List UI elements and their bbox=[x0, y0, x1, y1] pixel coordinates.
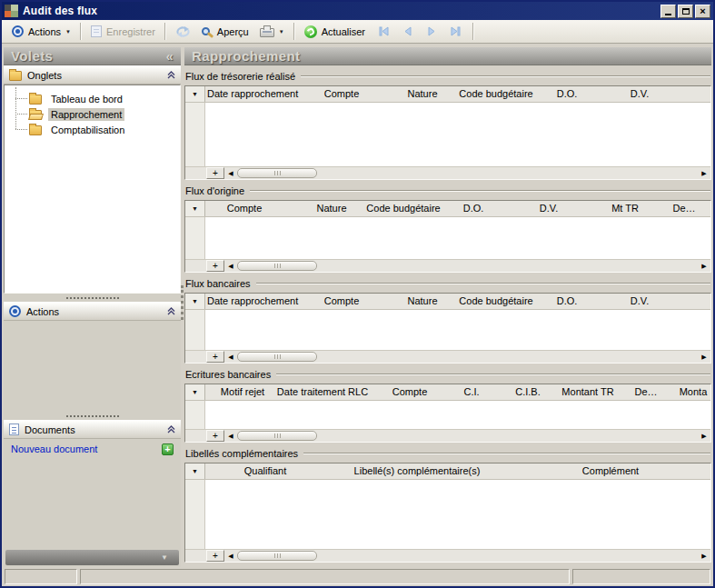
scroll-track[interactable] bbox=[317, 550, 698, 562]
sidebar-splitter[interactable] bbox=[4, 294, 181, 302]
scroll-thumb[interactable] bbox=[237, 352, 317, 362]
column-header[interactable]: Compte bbox=[392, 384, 428, 400]
collapse-sidebar-icon[interactable]: « bbox=[166, 49, 174, 64]
scroll-track[interactable] bbox=[317, 167, 698, 179]
preview-button[interactable]: Aperçu bbox=[196, 25, 254, 39]
panel-header-actions[interactable]: Actions bbox=[4, 302, 181, 321]
grid-rows-area[interactable] bbox=[205, 103, 710, 166]
scroll-left-icon[interactable]: ◀ bbox=[224, 550, 237, 562]
close-button[interactable]: × bbox=[695, 5, 710, 18]
column-header[interactable]: Code budgétaire bbox=[459, 86, 532, 102]
refresh-button[interactable]: Actualiser bbox=[299, 24, 371, 40]
scroll-right-icon[interactable]: ▶ bbox=[698, 167, 710, 179]
scroll-track[interactable] bbox=[317, 260, 698, 272]
column-header[interactable]: C.I. bbox=[463, 384, 479, 400]
add-row-button[interactable]: + bbox=[206, 260, 224, 272]
column-header[interactable]: Compte bbox=[227, 201, 263, 216]
add-document-icon[interactable]: + bbox=[162, 443, 174, 455]
row-selector-icon[interactable]: ▼ bbox=[185, 201, 205, 216]
scroll-left-icon[interactable]: ◀ bbox=[224, 260, 237, 272]
column-header[interactable]: Qualifiant bbox=[244, 463, 286, 479]
save-button[interactable]: Enregistrer bbox=[85, 24, 161, 39]
column-header[interactable]: Nature bbox=[407, 294, 437, 309]
scroll-thumb[interactable] bbox=[237, 168, 317, 178]
sidebar-collapse-bar[interactable]: ▼ bbox=[5, 550, 179, 565]
print-button[interactable]: ▼ bbox=[254, 24, 290, 39]
column-header[interactable]: D.V. bbox=[631, 86, 649, 102]
column-header[interactable]: D.V. bbox=[540, 201, 558, 216]
column-header[interactable]: Nature bbox=[316, 201, 346, 216]
row-selector-icon[interactable]: ▼ bbox=[185, 86, 205, 102]
panel-header-onglets[interactable]: Onglets bbox=[4, 65, 181, 85]
column-header[interactable]: D.O. bbox=[557, 294, 578, 309]
row-selector-icon[interactable]: ▼ bbox=[185, 463, 205, 479]
column-header[interactable]: Compte bbox=[324, 86, 360, 102]
document-icon bbox=[9, 424, 19, 435]
scroll-right-icon[interactable]: ▶ bbox=[698, 430, 710, 442]
panel-title-onglets: Onglets bbox=[27, 70, 62, 81]
column-header[interactable]: Date rapprochement bbox=[207, 294, 298, 309]
nav-previous-button[interactable] bbox=[399, 25, 417, 38]
scroll-right-icon[interactable]: ▶ bbox=[698, 351, 710, 363]
add-row-button[interactable]: + bbox=[206, 167, 224, 179]
row-selector-icon[interactable]: ▼ bbox=[185, 384, 205, 400]
column-header[interactable]: Date rapprochement bbox=[207, 86, 298, 102]
column-header[interactable]: Libellé(s) complémentaire(s) bbox=[354, 463, 481, 479]
scroll-left-icon[interactable]: ◀ bbox=[224, 351, 237, 363]
nav-first-button[interactable] bbox=[373, 25, 393, 38]
column-header[interactable]: Code budgétaire bbox=[366, 201, 440, 216]
scroll-left-icon[interactable]: ◀ bbox=[224, 430, 237, 442]
scroll-right-icon[interactable]: ▶ bbox=[698, 550, 710, 562]
tree-item-tableau-de-bord[interactable]: Tableau de bord bbox=[5, 91, 180, 106]
sidebar-splitter[interactable] bbox=[4, 412, 181, 420]
chevron-up-icon[interactable] bbox=[167, 307, 175, 315]
minimize-button[interactable] bbox=[660, 5, 676, 18]
chevron-up-icon[interactable] bbox=[167, 71, 175, 79]
scroll-track[interactable] bbox=[317, 351, 698, 363]
actions-menu-button[interactable]: Actions ▼ bbox=[6, 24, 76, 39]
scroll-track[interactable] bbox=[317, 430, 698, 442]
section-label: Flux bancaires bbox=[185, 278, 251, 289]
column-header[interactable]: Montant TR bbox=[561, 384, 613, 400]
grid-rows-area[interactable] bbox=[205, 401, 710, 429]
panel-header-documents[interactable]: Documents bbox=[4, 420, 181, 439]
sync-button[interactable] bbox=[170, 24, 196, 40]
new-document-link[interactable]: Nouveau document bbox=[11, 443, 97, 454]
grid-rows-area[interactable] bbox=[205, 217, 710, 259]
row-selector-icon[interactable]: ▼ bbox=[185, 294, 205, 309]
grid-rows-area[interactable] bbox=[205, 480, 710, 549]
tree-item-comptabilisation[interactable]: Comptabilisation bbox=[5, 122, 180, 137]
scroll-thumb[interactable] bbox=[237, 431, 317, 441]
column-header[interactable]: Motif rejet bbox=[221, 384, 264, 400]
column-header[interactable]: De… bbox=[672, 201, 695, 216]
scroll-right-icon[interactable]: ▶ bbox=[698, 260, 710, 272]
column-header[interactable]: D.O. bbox=[463, 201, 484, 216]
column-header[interactable]: D.V. bbox=[631, 294, 649, 309]
scroll-left-icon[interactable]: ◀ bbox=[224, 167, 237, 179]
scroll-thumb[interactable] bbox=[237, 551, 317, 561]
maximize-button[interactable] bbox=[678, 5, 693, 18]
column-header[interactable]: Monta bbox=[680, 384, 708, 400]
status-bar bbox=[2, 567, 713, 586]
column-header[interactable]: Compte bbox=[324, 294, 360, 309]
column-header[interactable]: Date traitement RLC bbox=[277, 384, 368, 400]
column-header[interactable]: De… bbox=[634, 384, 657, 400]
pane-splitter[interactable] bbox=[181, 285, 184, 320]
column-header[interactable]: D.O. bbox=[557, 86, 578, 102]
column-header[interactable]: Code budgétaire bbox=[459, 294, 532, 309]
tree-item-rapprochement[interactable]: Rapprochement bbox=[5, 106, 180, 122]
add-row-button[interactable]: + bbox=[206, 430, 224, 442]
add-row-button[interactable]: + bbox=[206, 550, 224, 562]
nav-next-button[interactable] bbox=[422, 25, 441, 38]
section-groove-line bbox=[301, 75, 710, 77]
nav-last-button[interactable] bbox=[446, 25, 466, 38]
column-header[interactable]: C.I.B. bbox=[515, 384, 541, 400]
add-row-button[interactable]: + bbox=[206, 351, 224, 363]
grid-rows-area[interactable] bbox=[205, 310, 710, 350]
column-header[interactable]: Complément bbox=[582, 463, 639, 479]
column-header[interactable]: Nature bbox=[407, 86, 437, 102]
column-header[interactable]: Mt TR bbox=[611, 201, 639, 216]
print-dropdown-icon[interactable]: ▼ bbox=[279, 29, 284, 35]
scroll-thumb[interactable] bbox=[237, 261, 317, 271]
chevron-up-icon[interactable] bbox=[167, 425, 175, 434]
